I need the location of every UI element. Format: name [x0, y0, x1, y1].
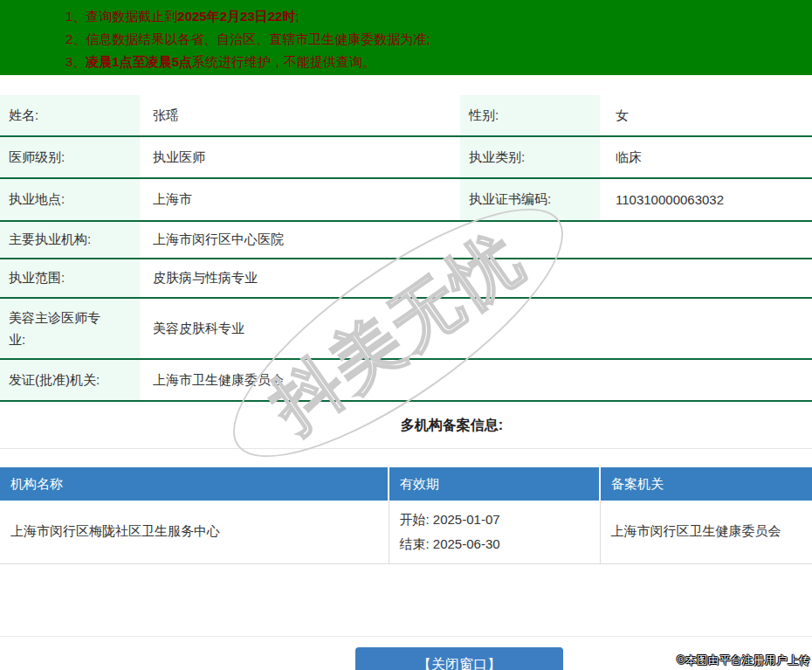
practice-scope-value: 皮肤病与性病专业	[140, 259, 812, 298]
cosmetic-specialty-label: 美容主诊医师专业:	[0, 298, 140, 359]
multi-org-section-title: 多机构备案信息:	[0, 402, 812, 449]
close-window-button[interactable]: 【关闭窗口】	[355, 647, 563, 670]
practice-location-label: 执业地点:	[0, 178, 140, 221]
name-value: 张瑶	[140, 95, 460, 136]
validity-header: 有效期	[389, 467, 600, 501]
bottom-divider	[0, 564, 812, 637]
main-institution-value: 上海市闵行区中心医院	[140, 221, 812, 259]
practice-location-value: 上海市	[140, 178, 460, 221]
gender-value: 女	[600, 95, 812, 136]
notice-line-1: 1、查询数据截止到2025年2月23日22时;	[65, 5, 803, 28]
validity-cell: 开始: 2025-01-07 结束: 2025-06-30	[389, 501, 600, 563]
table-row: 上海市闵行区梅陇社区卫生服务中心 开始: 2025-01-07 结束: 2025…	[0, 501, 812, 563]
notice-line-2: 2、信息数据结果以各省、自治区、直辖市卫生健康委数据为准;	[65, 28, 803, 51]
table-row: 执业范围: 皮肤病与性病专业	[0, 259, 812, 298]
notice-banner: 1、查询数据截止到2025年2月23日22时; 2、信息数据结果以各省、自治区、…	[0, 0, 812, 75]
table-row: 主要执业机构: 上海市闵行区中心医院	[0, 221, 812, 259]
org-name-cell: 上海市闵行区梅陇社区卫生服务中心	[0, 501, 389, 563]
gender-label: 性别:	[460, 95, 600, 136]
cosmetic-specialty-value: 美容皮肤科专业	[140, 298, 812, 359]
validity-start: 开始: 2025-01-07	[400, 508, 600, 532]
practice-category-value: 临床	[600, 136, 812, 178]
table-header-row: 机构名称 有效期 备案机关	[0, 467, 812, 501]
validity-end: 结束: 2025-06-30	[400, 532, 600, 556]
filing-authority-header: 备案机关	[600, 467, 812, 501]
filing-authority-cell: 上海市闵行区卫生健康委员会	[600, 501, 812, 563]
practice-scope-label: 执业范围:	[0, 259, 140, 298]
certificate-number-value: 110310000063032	[600, 178, 812, 221]
table-row: 美容主诊医师专业: 美容皮肤科专业	[0, 298, 812, 359]
main-institution-label: 主要执业机构:	[0, 221, 140, 259]
practitioner-query-result-page: 1、查询数据截止到2025年2月23日22时; 2、信息数据结果以各省、自治区、…	[0, 0, 812, 670]
org-name-header: 机构名称	[0, 467, 389, 501]
notice-line-3: 3、凌晨1点至凌晨5点系统进行维护，不能提供查询。	[65, 51, 803, 73]
practitioner-info-table: 姓名: 张瑶 性别: 女 医师级别: 执业医师 执业类别: 临床 执业地点: 上…	[0, 95, 812, 402]
table-row: 执业地点: 上海市 执业证书编码: 110310000063032	[0, 178, 812, 221]
practice-category-label: 执业类别:	[460, 136, 600, 178]
certificate-number-label: 执业证书编码:	[460, 178, 600, 221]
multi-org-table: 机构名称 有效期 备案机关 上海市闵行区梅陇社区卫生服务中心 开始: 2025-…	[0, 467, 812, 564]
table-row: 姓名: 张瑶 性别: 女	[0, 95, 812, 136]
table-row: 医师级别: 执业医师 执业类别: 临床	[0, 136, 812, 178]
table-row: 发证(批准)机关: 上海市卫生健康委员会	[0, 359, 812, 401]
name-label: 姓名:	[0, 95, 140, 136]
doctor-level-label: 医师级别:	[0, 136, 140, 178]
issuing-authority-label: 发证(批准)机关:	[0, 359, 140, 401]
issuing-authority-value: 上海市卫生健康委员会	[140, 359, 812, 401]
copyright-watermark: ©本图由平台注册用户上传	[677, 653, 810, 668]
doctor-level-value: 执业医师	[140, 136, 460, 178]
